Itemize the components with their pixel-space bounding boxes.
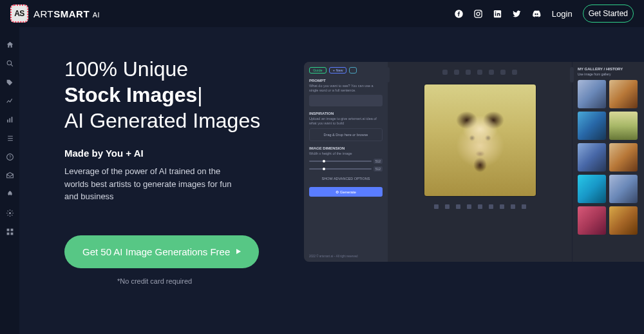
brand-logo[interactable]: AS ARTSMART AI xyxy=(10,5,100,23)
generated-image[interactable] xyxy=(424,84,536,197)
gallery-sub: Use image from gallery xyxy=(578,72,640,76)
gallery-thumb[interactable] xyxy=(609,112,638,140)
star-icon[interactable] xyxy=(489,204,493,209)
svg-rect-16 xyxy=(10,233,13,235)
settings-icon[interactable] xyxy=(6,208,14,217)
canvas-toolbar xyxy=(442,70,517,75)
svg-point-6 xyxy=(7,61,12,65)
image-actions xyxy=(434,204,526,209)
crop-icon[interactable] xyxy=(434,204,439,209)
right-collapse-handle[interactable] xyxy=(570,67,574,83)
gallery-thumb[interactable] xyxy=(578,112,606,140)
reset-icon[interactable] xyxy=(500,70,506,75)
brand-name-part1: ART xyxy=(33,8,53,19)
svg-rect-15 xyxy=(6,233,9,235)
copy-icon[interactable] xyxy=(445,204,450,209)
zoom-in-icon[interactable] xyxy=(454,70,459,75)
cloud-icon[interactable] xyxy=(478,204,482,209)
height-slider[interactable]: 512 xyxy=(309,166,383,172)
login-link[interactable]: Login xyxy=(552,9,573,19)
linkedin-icon[interactable] xyxy=(493,8,503,19)
get-started-button[interactable]: Get Started xyxy=(583,5,634,23)
social-links xyxy=(454,8,542,19)
instagram-icon[interactable] xyxy=(473,8,484,19)
dimension-label: IMAGE DIMENSION xyxy=(309,146,383,150)
gallery-thumb[interactable] xyxy=(578,80,606,108)
vertical-sidebar: ? xyxy=(0,27,19,334)
twitter-icon[interactable] xyxy=(512,8,522,19)
undo-icon[interactable] xyxy=(477,70,482,75)
width-slider[interactable]: 512 xyxy=(309,159,383,164)
edit-icon[interactable] xyxy=(467,204,471,209)
hero-description: Leverage of the power of AI trained on t… xyxy=(64,165,245,203)
svg-rect-7 xyxy=(7,120,8,123)
prompt-label: PROMPT xyxy=(309,79,383,83)
hero-subtitle: Made by You + AI xyxy=(64,148,290,159)
svg-point-2 xyxy=(480,11,482,12)
gallery-thumb[interactable] xyxy=(609,80,638,108)
dimension-hint: Width x height of the image xyxy=(309,152,383,156)
prompt-input[interactable] xyxy=(309,95,383,106)
preview-sidebar: Guide + New PROMPT What do you want to s… xyxy=(304,62,388,262)
rocket-icon[interactable] xyxy=(6,190,14,198)
gallery-thumb[interactable] xyxy=(609,206,638,235)
svg-rect-13 xyxy=(6,229,9,231)
gallery-thumb[interactable] xyxy=(578,175,606,203)
brand-mark: AS xyxy=(10,5,28,23)
dropzone[interactable]: Drag & Drop here or browse xyxy=(309,128,383,141)
mode-chip[interactable] xyxy=(349,67,357,74)
brand-name: ARTSMART AI xyxy=(33,8,100,19)
grid-icon[interactable] xyxy=(6,227,14,235)
facebook-icon[interactable] xyxy=(454,8,464,19)
search-icon[interactable] xyxy=(6,59,14,67)
headline-line1: 100% Unique xyxy=(64,57,188,81)
svg-rect-4 xyxy=(495,13,497,15)
text-icon[interactable] xyxy=(500,204,504,209)
height-value: 512 xyxy=(374,166,383,172)
play-icon xyxy=(236,249,241,254)
inbox-icon[interactable] xyxy=(6,171,14,179)
share-icon[interactable] xyxy=(456,204,460,209)
redo-icon[interactable] xyxy=(489,70,494,75)
svg-point-5 xyxy=(495,11,497,12)
cta-button[interactable]: Get 50 AI Image Generations Free xyxy=(64,235,259,268)
left-collapse-handle[interactable] xyxy=(386,67,390,83)
inspiration-hint: Upload an image to give artsmart.ai idea… xyxy=(309,117,383,126)
hero-headline: 100% Unique Stock Images| AI Generated I… xyxy=(64,56,290,133)
svg-point-12 xyxy=(8,212,10,214)
gallery-grid xyxy=(578,80,640,235)
hero-text: 100% Unique Stock Images| AI Generated I… xyxy=(64,56,290,334)
guide-chip[interactable]: Guide xyxy=(309,67,327,74)
top-nav: AS ARTSMART AI Login Get Started xyxy=(0,0,644,27)
generate-button[interactable]: ⚙ Generate xyxy=(309,187,383,197)
expand-icon[interactable] xyxy=(522,204,526,209)
gallery-thumb[interactable] xyxy=(609,175,638,203)
headline-line3: AI Generated Images xyxy=(64,109,260,132)
analytics-icon[interactable] xyxy=(6,96,14,104)
advanced-options-link[interactable]: SHOW ADVANCED OPTIONS xyxy=(309,177,383,181)
list-icon[interactable] xyxy=(6,133,14,142)
trash-icon[interactable] xyxy=(511,204,515,209)
help-icon[interactable]: ? xyxy=(6,152,14,161)
cta-note: *No credit card required xyxy=(117,277,290,285)
discord-icon[interactable] xyxy=(531,8,542,19)
headline-line2: Stock Images xyxy=(64,83,197,106)
new-chip[interactable]: + New xyxy=(329,67,347,74)
bars-icon[interactable] xyxy=(6,115,14,123)
preview-gallery: MY GALLERY / HISTORY Use image from gall… xyxy=(572,62,644,262)
home-icon[interactable] xyxy=(6,40,14,48)
zoom-out-icon[interactable] xyxy=(442,70,448,75)
svg-rect-14 xyxy=(10,229,13,231)
width-value: 512 xyxy=(374,159,383,164)
brand-name-bold: SMART xyxy=(53,8,90,19)
gallery-thumb[interactable] xyxy=(578,206,606,235)
hand-icon[interactable] xyxy=(466,70,471,75)
more-icon[interactable] xyxy=(512,70,517,75)
tags-icon[interactable] xyxy=(6,77,14,86)
top-nav-right: Login Get Started xyxy=(454,5,634,23)
svg-rect-9 xyxy=(11,117,12,123)
preview-canvas-area xyxy=(388,62,572,262)
gallery-thumb[interactable] xyxy=(609,143,638,172)
gallery-thumb[interactable] xyxy=(578,143,606,172)
prompt-hint: What do you want to see? You can use a s… xyxy=(309,84,383,93)
